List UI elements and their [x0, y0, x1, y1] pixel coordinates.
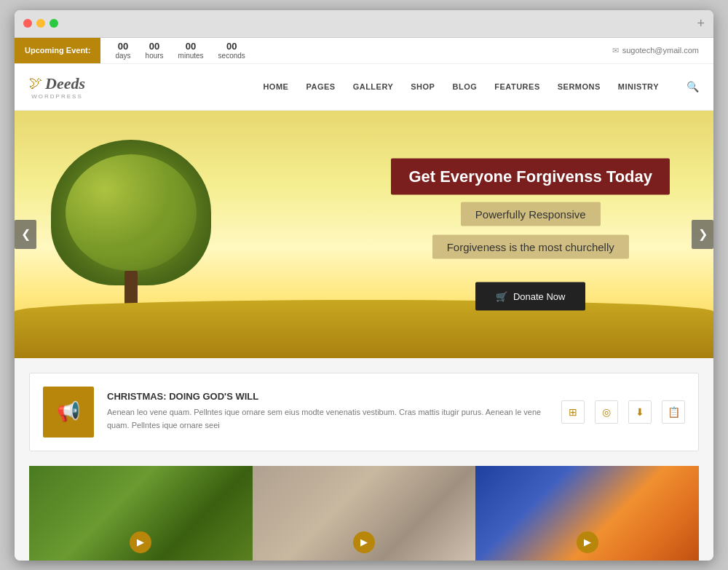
email-address: sugotech@ymail.com	[622, 46, 699, 55]
close-dot[interactable]	[23, 19, 32, 28]
nav-bar: 🕊 Deeds WORDPRESS HOME PAGES GALLERY SHO…	[15, 64, 713, 111]
search-icon[interactable]: 🔍	[687, 81, 699, 92]
email-container: ✉ sugotech@ymail.com	[612, 46, 713, 55]
slider-arrow-left[interactable]: ❮	[15, 220, 36, 249]
minutes-num: 00	[186, 41, 196, 52]
top-bar: Upcoming Event: 00 days 00 hours 00 minu…	[15, 38, 713, 64]
sermon-icon-box: 📢	[43, 387, 94, 438]
countdown-seconds: 00 seconds	[218, 41, 245, 60]
sermon-text: CHRISTMAS: DOING GOD'S WILL Aenean leo v…	[107, 391, 548, 432]
countdown-days: 00 days	[115, 41, 130, 60]
cart-icon: 🛒	[496, 290, 507, 301]
nav-ministry[interactable]: MINISTRY	[618, 82, 659, 91]
sermon-actions: ⊞ ◎ ⬇ 📋	[561, 400, 685, 424]
seconds-num: 00	[226, 41, 237, 52]
browser-chrome: +	[15, 10, 713, 38]
donate-button[interactable]: 🛒 Donate Now	[475, 282, 586, 310]
logo[interactable]: 🕊 Deeds WORDPRESS	[29, 74, 85, 100]
nav-home[interactable]: HOME	[263, 82, 288, 91]
megaphone-icon: 📢	[57, 400, 80, 423]
nav-features[interactable]: FEATURES	[494, 82, 539, 91]
notes-action-icon[interactable]: 📋	[662, 400, 685, 424]
gallery-play-2[interactable]: ▶	[353, 531, 375, 553]
logo-title: Deeds	[45, 74, 85, 93]
days-label: days	[115, 52, 130, 60]
nav-links: HOME PAGES GALLERY SHOP BLOG FEATURES SE…	[263, 81, 699, 92]
nav-blog[interactable]: BLOG	[452, 82, 477, 91]
tree-canopy	[51, 140, 211, 285]
countdown-minutes: 00 minutes	[178, 41, 204, 60]
nav-shop[interactable]: SHOP	[411, 82, 435, 91]
countdown-hours: 00 hours	[146, 41, 164, 60]
nav-sermons[interactable]: SERMONS	[558, 82, 601, 91]
gallery-thumb-1[interactable]: ▶	[29, 466, 253, 561]
sermon-card: 📢 CHRISTMAS: DOING GOD'S WILL Aenean leo…	[29, 373, 699, 451]
countdown-container: 00 days 00 hours 00 minutes 00 seconds	[100, 41, 259, 60]
hero-content: Get Everyone Forgivenss Today Powerfully…	[391, 158, 670, 310]
days-num: 00	[118, 41, 128, 52]
new-tab-button[interactable]: +	[697, 16, 705, 31]
download-action-icon[interactable]: ⬇	[628, 400, 652, 424]
sermon-title: CHRISTMAS: DOING GOD'S WILL	[107, 391, 548, 402]
hours-num: 00	[149, 41, 159, 52]
seconds-label: seconds	[218, 52, 245, 60]
gallery-thumb-3[interactable]: ▶	[475, 466, 699, 561]
slider-arrow-right[interactable]: ❯	[692, 220, 713, 249]
nav-pages[interactable]: PAGES	[306, 82, 335, 91]
hero-subtitle1: Powerfully Responsive	[461, 202, 601, 226]
upcoming-event-label: Upcoming Event:	[15, 38, 100, 63]
tree-graphic	[44, 132, 218, 329]
sermon-description: Aenean leo vene quam. Pellntes ique orna…	[107, 406, 548, 432]
gallery-thumb-2[interactable]: ▶	[253, 466, 476, 561]
minutes-label: minutes	[178, 52, 204, 60]
nav-gallery[interactable]: GALLERY	[353, 82, 394, 91]
email-icon: ✉	[612, 46, 619, 55]
logo-subtitle: WORDPRESS	[31, 93, 82, 100]
hero-title: Get Everyone Forgivenss Today	[391, 158, 670, 194]
main-content: 📢 CHRISTMAS: DOING GOD'S WILL Aenean leo…	[15, 358, 713, 561]
logo-bird-icon: 🕊	[29, 76, 42, 91]
video-action-icon[interactable]: ⊞	[561, 400, 585, 424]
audio-action-icon[interactable]: ◎	[595, 400, 618, 424]
gallery-play-3[interactable]: ▶	[577, 531, 598, 553]
hero-subtitle2: Forgiveness is the most churchelly	[432, 234, 629, 258]
hero-slider: Get Everyone Forgivenss Today Powerfully…	[15, 111, 713, 358]
hours-label: hours	[146, 52, 164, 60]
gallery-play-1[interactable]: ▶	[130, 531, 151, 553]
gallery-row: ▶ ▶ ▶	[29, 466, 699, 561]
maximize-dot[interactable]	[50, 19, 58, 28]
minimize-dot[interactable]	[36, 19, 45, 28]
donate-label: Donate Now	[513, 290, 566, 301]
